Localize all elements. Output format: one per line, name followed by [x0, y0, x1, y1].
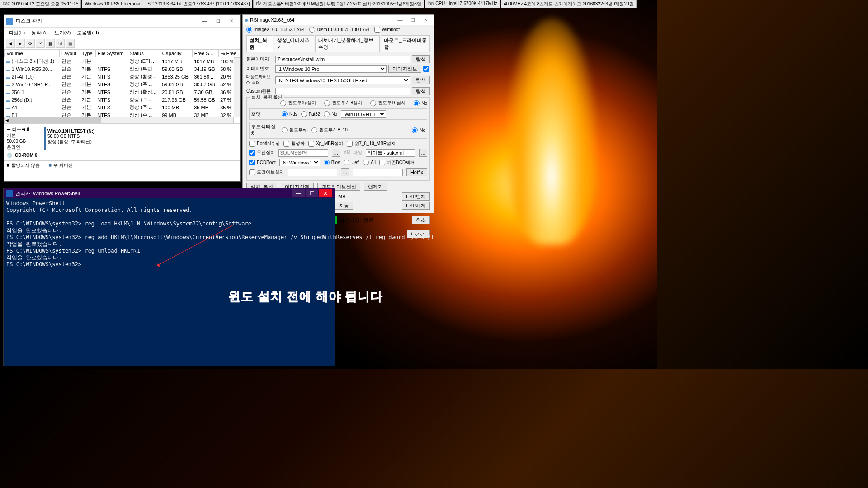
driver-input[interactable] — [288, 169, 337, 176]
close-button[interactable]: ✕ — [419, 17, 432, 23]
toolbar-icon[interactable]: ▤ — [66, 39, 75, 48]
partition-block[interactable]: Win10.19H1.TEST (N:) 50.00 GB NTFS 정상 (활… — [44, 127, 237, 150]
checkbox-bootini[interactable]: BootIni수정 — [249, 141, 280, 147]
legend-unallocated: 할당되지 않음 — [7, 162, 40, 169]
checkbox-unattend[interactable]: 무인설치 — [249, 150, 275, 156]
checkbox-bcdboot[interactable]: BCDBoot — [249, 160, 276, 165]
radio-xp[interactable]: 윈도우Xp설치 — [280, 100, 316, 106]
vertical-scrollbar[interactable] — [234, 57, 240, 117]
minimize-button[interactable]: — — [292, 189, 305, 197]
scroll-left-icon[interactable]: ◄ — [5, 117, 9, 123]
sysinfo-item: ihnCPU : Intel i7-6700K 4417MHz — [425, 0, 500, 8]
checkbox-driver[interactable]: 드라이브설치 — [249, 169, 284, 175]
radio-all[interactable]: All — [363, 160, 376, 165]
column-header[interactable]: Layout — [60, 50, 80, 57]
browse-button[interactable]: ... — [341, 168, 349, 176]
window-title: 관리자: Windows PowerShell — [15, 190, 292, 197]
radio-no[interactable]: No — [324, 111, 337, 117]
table-row[interactable]: 2-Win10.19H1.P...단순기본NTFS정상 (주 ...59.01 … — [5, 80, 240, 88]
radio-no[interactable]: No — [412, 127, 425, 133]
horizontal-scrollbar[interactable]: ◄ — [4, 117, 234, 123]
browse-button[interactable]: ... — [419, 149, 427, 157]
browse-button[interactable]: ... — [332, 149, 340, 157]
titlebar[interactable]: 디스크 관리 — ☐ ✕ — [4, 15, 240, 28]
imginfo-checkbox[interactable] — [423, 66, 429, 72]
tab-create[interactable]: 생성_이미지추가 — [274, 35, 314, 52]
toolbar-icon[interactable]: ☑ — [56, 39, 65, 48]
source-input[interactable] — [275, 56, 410, 63]
bcd-drive-select[interactable]: N: Windows10-TES — [279, 159, 320, 166]
menu-help[interactable]: 도움말(H) — [74, 28, 101, 37]
menu-file[interactable]: 파일(F) — [6, 28, 28, 37]
mb-label: MB — [338, 194, 346, 199]
column-header[interactable]: File System — [95, 50, 127, 57]
radio-w10[interactable]: 윈도우10설치 — [370, 100, 406, 106]
radio-ntfs[interactable]: Ntfs — [282, 111, 297, 117]
column-header[interactable]: Free S... — [192, 50, 218, 57]
column-header[interactable]: Volume — [5, 50, 60, 57]
search-button[interactable]: 탐색 — [412, 87, 430, 95]
xml-input[interactable] — [366, 149, 415, 157]
imginfo-button[interactable]: 이미지정보 — [388, 65, 421, 73]
table-row[interactable]: (디스크 3 파티션 1)단순기본정상 (EFI ...1017 MB1017 … — [5, 57, 240, 66]
tab-mount[interactable]: 마운트_드라이버통합 — [381, 35, 430, 52]
imgno-select[interactable]: 1 Windows 10 Pro — [275, 65, 387, 73]
table-row[interactable]: 2T-All (U:)단순기본NTFS정상 (활성...1853.25 GB36… — [5, 73, 240, 80]
checkbox-xpmbr[interactable]: Xp_MBR설치 — [308, 141, 343, 147]
esp-mount-button[interactable]: ESP탑재 — [402, 192, 430, 201]
maximize-button[interactable]: ☐ — [211, 16, 225, 27]
toolbar-refresh-icon[interactable]: ⟳ — [26, 39, 35, 48]
menu-view[interactable]: 보기(V) — [52, 28, 74, 37]
radio-fat32[interactable]: Fat32 — [301, 111, 321, 117]
checkbox-activate[interactable]: 활성화 — [283, 141, 305, 147]
table-row[interactable]: 256d (D:)단순기본NTFS정상 (주 ...217.96 GB59.58… — [5, 96, 240, 103]
custom-input[interactable] — [275, 88, 410, 95]
hotfix-button[interactable]: Hotfix — [406, 168, 427, 176]
table-row[interactable]: 1-Win10.RS5.20...단순기본NTFS정상 (부팅...59.00 … — [5, 65, 240, 73]
format-volume-select[interactable]: Win10.19H1.TEST — [341, 110, 386, 118]
cancel-button[interactable]: 취소 — [412, 216, 430, 224]
menu-action[interactable]: 동작(A) — [28, 28, 51, 37]
terminal-body[interactable]: Windows PowerShell Copyright (C) Microso… — [4, 198, 335, 366]
close-button[interactable]: ✕ — [225, 16, 238, 27]
search-button[interactable]: 탐색 — [412, 76, 430, 84]
table-row[interactable]: 256-1단순기본NTFS정상 (활성...20.51 GB7.30 GB36 … — [5, 88, 240, 96]
hotfix-input[interactable] — [353, 169, 402, 176]
target-select[interactable]: N: NTFS Windows10-TEST 50GB Fixed — [275, 76, 410, 84]
rmram-button[interactable]: 램제거 — [364, 183, 387, 191]
radio-bios[interactable]: Bios — [324, 160, 340, 165]
minimize-button[interactable]: — — [394, 17, 406, 23]
maximize-button[interactable]: ☐ — [306, 189, 318, 197]
radio-bxp[interactable]: 윈도우xp — [282, 127, 308, 133]
checkbox-rmbcd[interactable]: 기존BCD제거 — [379, 160, 415, 166]
close-button[interactable]: ✕ — [319, 189, 332, 197]
tab-install[interactable]: 설치_복원 — [246, 35, 273, 52]
scrollbar-thumb[interactable] — [9, 117, 101, 123]
auto-button[interactable]: 자동 — [335, 202, 353, 210]
table-row[interactable]: A1단순기본NTFS정상 (주 ...100 MB35 MB35 % — [5, 103, 240, 111]
radio-uefi[interactable]: Uefi — [344, 160, 359, 165]
column-header[interactable]: Capacity — [160, 50, 192, 57]
toolbar-help-icon[interactable]: ? — [36, 39, 45, 48]
tab-export[interactable]: 내보내기_분할하기_정보수정 — [315, 35, 380, 52]
column-header[interactable]: Type — [80, 50, 95, 57]
titlebar[interactable]: 관리자: Windows PowerShell — ☐ ✕ — [4, 188, 335, 198]
column-header[interactable]: % Free — [218, 50, 240, 57]
toolbar-back-icon[interactable]: ◄ — [6, 39, 15, 48]
maximize-button[interactable]: ☐ — [406, 17, 419, 23]
esp-umount-button[interactable]: ESP해제 — [402, 202, 430, 210]
toolbar-forward-icon[interactable]: ► — [16, 39, 25, 48]
radio-dism[interactable]: Dism10.0.18875.1000 x64 — [309, 27, 370, 33]
oem-input[interactable] — [278, 149, 328, 157]
radio-no[interactable]: No — [414, 100, 427, 106]
checkbox-wimboot[interactable]: Wimboot — [374, 27, 400, 33]
minimize-button[interactable]: — — [198, 16, 211, 27]
toolbar-icon[interactable]: ▦ — [46, 39, 55, 48]
radio-w78[interactable]: 윈도우7_8설치 — [324, 100, 362, 106]
checkbox-w78mbr[interactable]: 윈7_8_10_MBR설치 — [347, 141, 396, 147]
titlebar[interactable]: ◆ RSImageX2.63_x64 — ☐ ✕ — [243, 15, 434, 25]
radio-b78[interactable]: 윈도우7_8_10 — [311, 127, 348, 133]
search-button[interactable]: 탐색 — [412, 55, 430, 63]
column-header[interactable]: Status — [127, 50, 160, 57]
radio-imagex[interactable]: ImageX10.0.18362.1 x64 — [246, 27, 305, 33]
